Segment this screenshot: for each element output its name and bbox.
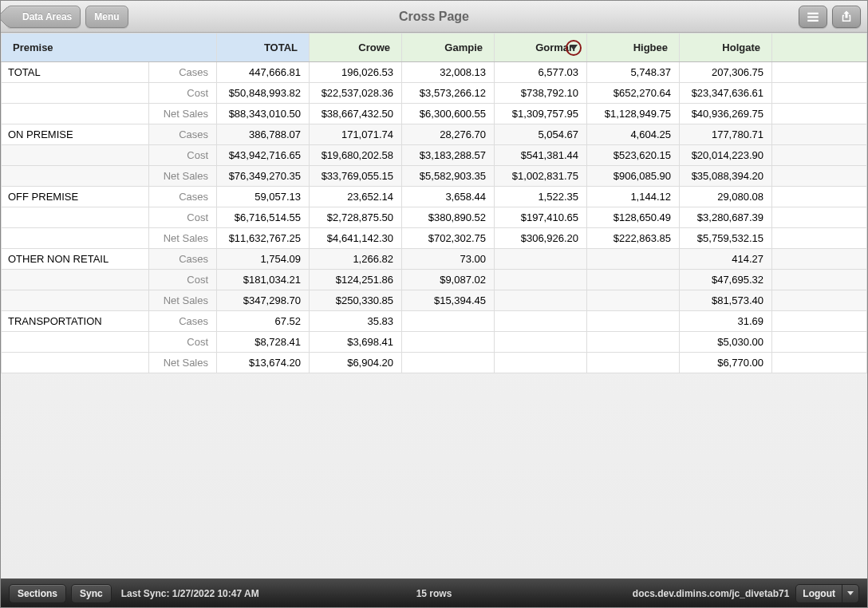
empty-cell [772,228,867,249]
server-label: docs.dev.dimins.com/jc_divetab71 [633,588,790,599]
logout-button[interactable]: Logout [796,585,842,602]
value-cell: $6,300,600.55 [402,104,495,124]
category-cell[interactable] [2,83,149,104]
column-header-4[interactable]: Holgate [680,34,772,62]
category-cell[interactable] [2,353,149,373]
value-cell: $222,863.85 [587,228,680,249]
share-button[interactable] [832,6,861,28]
column-header-0[interactable]: Crowe [310,34,402,62]
total-header[interactable]: TOTAL [217,34,310,62]
value-cell: 23,652.14 [310,187,402,207]
total-cell: $88,343,010.50 [217,104,310,124]
last-sync-text: Last Sync: 1/27/2022 10:47 AM [121,588,259,599]
column-header-2[interactable]: Gorman [495,34,587,62]
value-cell: $47,695.32 [680,270,772,290]
total-cell: $76,349,270.35 [217,166,310,187]
metric-cell: Net Sales [149,290,217,311]
sync-button[interactable]: Sync [71,584,112,603]
value-cell: $6,770.00 [680,353,772,373]
column-header-1[interactable]: Gampie [402,34,495,62]
category-cell[interactable] [2,207,149,228]
metric-cell: Net Sales [149,166,217,187]
empty-cell [772,207,867,228]
back-button[interactable]: Data Areas [7,6,81,28]
value-cell: $124,251.86 [310,270,402,290]
header-row: Premise TOTAL Crowe Gampie Gorman Higbee… [2,34,867,62]
metric-cell: Net Sales [149,104,217,124]
total-cell: $43,942,716.65 [217,145,310,166]
empty-cell [772,62,867,83]
total-cell: $8,728.41 [217,332,310,353]
value-cell: $33,769,055.15 [310,166,402,187]
hamburger-button[interactable] [799,6,827,28]
table-container[interactable]: Premise TOTAL Crowe Gampie Gorman Higbee… [1,33,867,578]
value-cell: $541,381.44 [495,145,587,166]
logout-dropdown[interactable] [842,585,858,602]
category-cell[interactable]: OTHER NON RETAIL [2,249,149,270]
value-cell: $40,936,269.75 [680,104,772,124]
empty-cell [772,124,867,145]
value-cell: $702,302.75 [402,228,495,249]
empty-cell [772,353,867,373]
metric-cell: Cost [149,145,217,166]
category-cell[interactable] [2,104,149,124]
value-cell [402,353,495,373]
table-row: Net Sales$76,349,270.35$33,769,055.15$5,… [2,166,867,187]
bottom-bar: Sections Sync Last Sync: 1/27/2022 10:47… [1,578,867,607]
value-cell: $38,667,432.50 [310,104,402,124]
table-row: Net Sales$347,298.70$250,330.85$15,394.4… [2,290,867,311]
category-cell[interactable]: TRANSPORTATION [2,311,149,332]
value-cell [587,290,680,311]
metric-cell: Net Sales [149,228,217,249]
empty-cell [772,249,867,270]
total-cell: $347,298.70 [217,290,310,311]
table-row: Cost$50,848,993.82$22,537,028.36$3,573,2… [2,83,867,104]
cross-table: Premise TOTAL Crowe Gampie Gorman Higbee… [1,33,867,373]
category-cell[interactable]: OFF PREMISE [2,187,149,207]
empty-cell [772,332,867,353]
back-button-label: Data Areas [22,11,72,22]
sections-button[interactable]: Sections [9,584,66,603]
value-cell: $380,890.52 [402,207,495,228]
category-cell[interactable] [2,270,149,290]
total-cell: 386,788.07 [217,124,310,145]
category-cell[interactable]: ON PREMISE [2,124,149,145]
value-cell: 1,144.12 [587,187,680,207]
category-cell[interactable] [2,166,149,187]
value-cell [587,311,680,332]
column-header-empty [772,34,867,62]
table-row: OTHER NON RETAILCases1,754.091,266.8273.… [2,249,867,270]
value-cell: 28,276.70 [402,124,495,145]
metric-cell: Cases [149,62,217,83]
total-cell: $6,716,514.55 [217,207,310,228]
svg-rect-1 [807,16,819,18]
category-cell[interactable] [2,332,149,353]
empty-cell [772,290,867,311]
value-cell: $3,573,266.12 [402,83,495,104]
empty-cell [772,145,867,166]
value-cell: 4,604.25 [587,124,680,145]
menu-button[interactable]: Menu [85,6,128,28]
table-row: Cost$8,728.41$3,698.41$5,030.00 [2,332,867,353]
category-cell[interactable] [2,228,149,249]
category-cell[interactable] [2,145,149,166]
value-cell [402,332,495,353]
table-row: Cost$6,716,514.55$2,728,875.50$380,890.5… [2,207,867,228]
svg-rect-2 [807,19,819,21]
value-cell: $3,698.41 [310,332,402,353]
total-cell: 59,057.13 [217,187,310,207]
table-row: TOTALCases447,666.81196,026.5332,008.136… [2,62,867,83]
metric-cell: Cases [149,187,217,207]
value-cell [587,270,680,290]
value-cell: $15,394.45 [402,290,495,311]
premise-header[interactable]: Premise [2,34,217,62]
value-cell: 31.69 [680,311,772,332]
column-header-3[interactable]: Higbee [587,34,680,62]
category-cell[interactable]: TOTAL [2,62,149,83]
value-cell: $5,759,532.15 [680,228,772,249]
category-cell[interactable] [2,290,149,311]
value-cell: $906,085.90 [587,166,680,187]
share-icon [839,10,854,24]
hamburger-icon [806,10,820,24]
value-cell: $22,537,028.36 [310,83,402,104]
